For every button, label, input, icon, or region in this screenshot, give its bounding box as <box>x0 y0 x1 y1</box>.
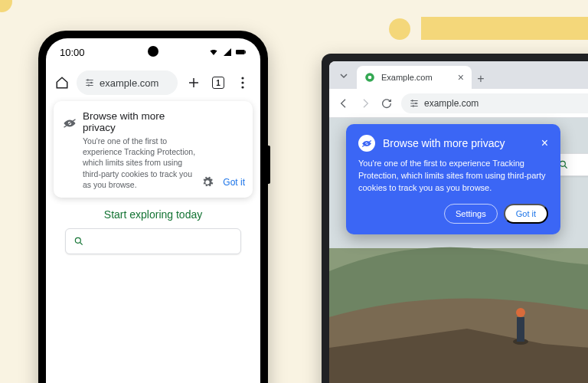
status-icons <box>208 47 247 57</box>
battery-icon <box>236 47 247 57</box>
mobile-callout-desc: You're one of the first to experience Tr… <box>83 136 198 190</box>
back-button[interactable] <box>337 97 351 110</box>
settings-button[interactable]: Settings <box>444 204 498 224</box>
svg-point-26 <box>560 161 565 166</box>
mobile-callout-title: Browse with more privacy <box>83 110 198 133</box>
got-it-button[interactable]: Got it <box>504 204 548 224</box>
svg-point-19 <box>415 102 416 103</box>
phone-frame: 10:00 example.com 1 Browse with more pri… <box>38 31 268 383</box>
gear-icon[interactable] <box>201 176 214 188</box>
tab-title: Example.com <box>381 73 433 82</box>
desktop-toolbar: example.com <box>329 89 588 118</box>
svg-point-2 <box>87 79 89 80</box>
deco-bar <box>421 17 588 40</box>
desktop-url: example.com <box>424 98 479 109</box>
tune-icon <box>409 98 420 109</box>
new-tab-button[interactable] <box>185 76 202 90</box>
power-button <box>268 146 270 184</box>
mobile-got-it-button[interactable]: Got it <box>223 177 245 188</box>
svg-point-11 <box>90 367 100 372</box>
browser-tab[interactable]: Example.com × <box>357 66 472 89</box>
svg-rect-0 <box>236 50 245 54</box>
svg-point-17 <box>368 76 372 80</box>
svg-point-4 <box>88 84 90 86</box>
eye-off-icon <box>358 135 375 152</box>
svg-point-18 <box>412 100 413 101</box>
close-button[interactable]: × <box>541 136 548 150</box>
desktop-callout-title: Browse with more privacy <box>383 137 534 149</box>
svg-point-3 <box>90 82 92 83</box>
favicon-icon <box>364 72 375 83</box>
mobile-address-bar[interactable]: example.com <box>77 70 178 95</box>
mobile-search-input[interactable] <box>65 228 241 254</box>
mobile-page-content: Start exploring today <box>46 198 260 254</box>
svg-point-13 <box>92 349 98 355</box>
svg-rect-10 <box>46 316 260 383</box>
tab-strip: Example.com × + <box>329 61 588 89</box>
svg-line-27 <box>565 166 567 169</box>
deco-dot <box>0 0 12 12</box>
mobile-hero-text: Start exploring today <box>104 208 202 221</box>
svg-rect-24 <box>517 317 524 342</box>
svg-point-20 <box>413 105 414 106</box>
window-minimize-icon[interactable] <box>335 67 352 84</box>
tune-icon <box>84 77 95 88</box>
desktop-screen: Example.com × + example.com <box>329 61 588 383</box>
desktop-frame: Example.com × + example.com <box>322 54 588 383</box>
desktop-callout-desc: You're one of the first to experience Tr… <box>358 158 548 195</box>
wifi-icon <box>208 47 219 57</box>
deco-dot <box>389 18 410 40</box>
desktop-address-bar[interactable]: example.com <box>401 93 588 113</box>
signal-icon <box>222 47 233 57</box>
home-icon[interactable] <box>55 76 69 90</box>
svg-rect-1 <box>245 51 246 54</box>
svg-point-25 <box>516 308 525 317</box>
mobile-privacy-callout: Browse with more privacy You're one of t… <box>54 101 253 198</box>
svg-point-5 <box>241 77 243 79</box>
phone-screen: 10:00 example.com 1 Browse with more pri… <box>46 38 260 383</box>
new-tab-button[interactable]: + <box>472 72 490 86</box>
svg-point-14 <box>76 237 81 243</box>
status-time: 10:00 <box>60 47 85 58</box>
menu-button[interactable] <box>234 77 251 89</box>
desktop-privacy-callout: Browse with more privacy × You're one of… <box>346 124 560 234</box>
tab-close-icon[interactable]: × <box>458 71 464 83</box>
mobile-url: example.com <box>100 77 158 89</box>
svg-point-6 <box>241 81 243 83</box>
eye-off-icon <box>63 118 77 129</box>
tab-switcher[interactable]: 1 <box>210 77 227 89</box>
mobile-toolbar: example.com 1 <box>46 66 260 100</box>
search-icon <box>74 236 84 247</box>
reload-button[interactable] <box>380 97 394 110</box>
forward-button[interactable] <box>358 97 372 110</box>
svg-line-15 <box>80 243 83 245</box>
phone-camera <box>148 46 158 57</box>
svg-point-7 <box>241 86 243 88</box>
svg-rect-12 <box>93 355 97 369</box>
